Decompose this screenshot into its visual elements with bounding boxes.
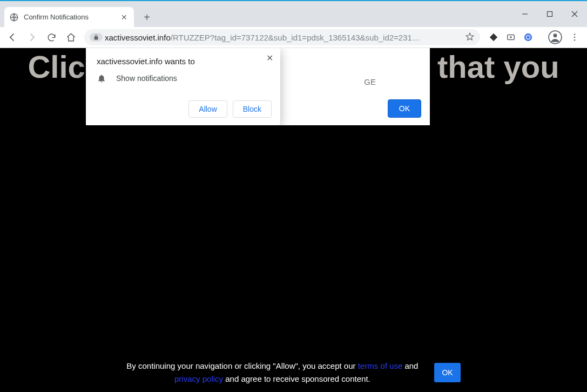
menu-button[interactable] (566, 29, 583, 45)
extension-icon-1[interactable] (489, 32, 498, 42)
consent-ok-button[interactable]: OK (434, 363, 460, 382)
headline-left: Clic (28, 49, 85, 84)
minimize-button[interactable] (512, 1, 537, 27)
tab-close-icon[interactable]: ✕ (120, 13, 129, 22)
page-content: Clic that you GE OK ✕ xactivessoviet.inf… (0, 48, 587, 392)
permission-text: Show notifications (116, 74, 177, 83)
tab-strip: Confirm Notifications ✕ + (0, 1, 587, 27)
svg-point-11 (574, 33, 576, 35)
home-button[interactable] (63, 29, 79, 45)
browser-tab[interactable]: Confirm Notifications ✕ (4, 7, 134, 27)
bookmark-star-icon[interactable] (465, 32, 475, 43)
globe-icon (10, 13, 18, 22)
reload-button[interactable] (43, 29, 59, 45)
consent-footer: By continuing your navigation or clickin… (0, 360, 587, 386)
headline-right: that you (437, 49, 559, 84)
url-path: /RTUZZEP?tag_id=737122&sub_id1=pdsk_1365… (171, 33, 420, 42)
toolbar: xactivessoviet.info /RTUZZEP?tag_id=7371… (0, 27, 587, 48)
block-button[interactable]: Block (233, 100, 272, 118)
window-controls (512, 1, 587, 27)
forward-button[interactable] (24, 29, 40, 45)
extension-icon-3[interactable] (523, 32, 533, 42)
privacy-link[interactable]: privacy policy (174, 374, 223, 383)
svg-point-8 (524, 33, 532, 41)
card-ok-button[interactable]: OK (388, 99, 421, 118)
svg-marker-5 (490, 33, 497, 41)
svg-point-12 (574, 37, 576, 38)
dialog-close-icon[interactable]: ✕ (264, 52, 275, 63)
consent-text: By continuing your navigation or clickin… (126, 360, 418, 386)
new-tab-button[interactable]: + (139, 10, 154, 25)
maximize-button[interactable] (537, 1, 562, 27)
consent-text-3: and agree to receive sponsored content. (223, 374, 370, 383)
address-bar[interactable]: xactivessoviet.info /RTUZZEP?tag_id=7371… (84, 29, 480, 45)
extension-icon-2[interactable] (506, 32, 516, 42)
consent-text-2: and (402, 361, 418, 370)
profile-button[interactable] (547, 29, 563, 45)
back-button[interactable] (4, 29, 21, 45)
notification-permission-dialog: ✕ xactivessoviet.info wants to Show noti… (86, 48, 280, 125)
site-info-button[interactable] (90, 33, 103, 42)
permission-row: Show notifications (86, 66, 280, 83)
window-close-button[interactable] (562, 1, 587, 27)
svg-point-7 (510, 36, 512, 38)
svg-point-13 (574, 39, 576, 41)
bell-icon (97, 73, 106, 83)
consent-text-1: By continuing your navigation or clickin… (126, 361, 357, 370)
svg-point-10 (554, 33, 557, 37)
allow-button[interactable]: Allow (188, 100, 227, 118)
card-fragment-text: GE (364, 77, 376, 86)
svg-rect-2 (548, 12, 552, 17)
dialog-title: xactivessoviet.info wants to (86, 48, 280, 66)
url-host: xactivessoviet.info (105, 33, 171, 42)
dialog-buttons: Allow Block (188, 100, 272, 118)
terms-link[interactable]: terms of use (358, 361, 403, 370)
tab-title: Confirm Notifications (24, 13, 120, 21)
extension-icons (483, 32, 538, 42)
